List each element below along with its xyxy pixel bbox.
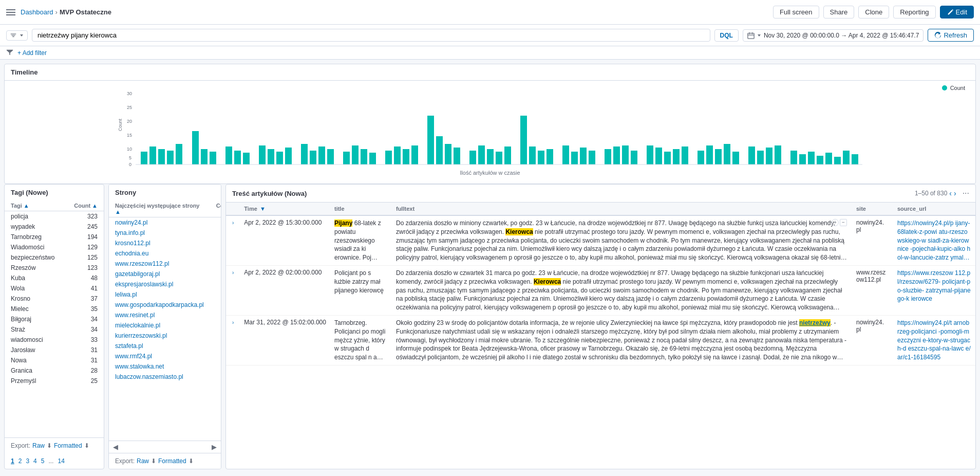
time-range-picker[interactable]: Nov 30, 2020 @ 00:00:00.0 → Apr 4, 2022 … (743, 29, 924, 42)
strony-name[interactable]: www.resinet.pl (109, 310, 210, 320)
tagi-export-formatted[interactable]: Formatted (54, 442, 82, 449)
strony-row[interactable]: gazetabilgoraj.pl47 (109, 269, 221, 279)
strony-row[interactable]: www.rmf24.pl3 (109, 351, 221, 361)
fullscreen-button[interactable]: Full screen (773, 6, 819, 19)
strony-row[interactable]: krosno112.pl101 (109, 238, 221, 248)
strony-scroll-left[interactable]: ◀ (113, 443, 118, 451)
svg-text:2022-01-01: 2022-01-01 (647, 167, 670, 167)
edit-button[interactable]: Edit (940, 6, 974, 19)
tagi-row[interactable]: policja323 (5, 211, 104, 222)
svg-rect-49 (571, 152, 578, 164)
count-sort-icon[interactable]: ▲ (92, 203, 98, 209)
tagi-row[interactable]: wypadek245 (5, 222, 104, 232)
svg-rect-42 (496, 152, 502, 164)
strony-row[interactable]: mieleclokalnie.pl21 (109, 320, 221, 331)
svg-rect-65 (732, 152, 739, 164)
expand-cell[interactable]: › (226, 315, 240, 365)
tagi-row[interactable]: Tarnobrzeg194 (5, 232, 104, 242)
pagination-item[interactable]: 1 (11, 457, 14, 465)
pagination-item[interactable]: 3 (26, 457, 29, 465)
tagi-row[interactable]: Rzeszów123 (5, 263, 104, 273)
strony-name[interactable]: www.gospodarkapodkarpacka.pl (109, 300, 210, 310)
strony-name[interactable]: leliwa.pl (109, 289, 210, 300)
pagination-item[interactable]: 14 (58, 457, 64, 465)
tagi-row[interactable]: Biłgoraj34 (5, 314, 104, 324)
strony-row[interactable]: lubaczow.naszemiasto.pl1 (109, 372, 221, 382)
tagi-row[interactable]: wiadomosci33 (5, 335, 104, 345)
strony-name[interactable]: www.rmf24.pl (109, 351, 210, 361)
strony-row[interactable]: leliwa.pl34 (109, 289, 221, 300)
add-filter-button[interactable]: + Add filter (17, 49, 47, 57)
pagination-item[interactable]: 2 (18, 457, 22, 465)
minus-icon[interactable]: − (840, 219, 847, 226)
refresh-button[interactable]: Refresh (928, 29, 974, 42)
strony-row[interactable]: echodnia.eu87 (109, 248, 221, 259)
reporting-button[interactable]: Reporting (893, 6, 935, 19)
expand-cell[interactable]: › (226, 215, 240, 265)
tagi-row[interactable]: Nowa31 (5, 355, 104, 365)
tagi-export-raw[interactable]: Raw (32, 442, 45, 449)
tagi-row[interactable]: Wola41 (5, 283, 104, 294)
expand-row-button[interactable]: › (230, 220, 236, 226)
pagination-item[interactable]: 4 (33, 457, 37, 465)
strony-name[interactable]: lubaczow.naszemiasto.pl (109, 372, 210, 382)
search-input-wrap[interactable] (32, 29, 710, 42)
tag-name: wypadek (5, 222, 65, 232)
site-cell: www.rzesz ow112.pl (852, 265, 893, 315)
search-input[interactable] (37, 31, 705, 39)
tagi-sort-icon[interactable]: ▲ (24, 203, 29, 209)
clone-button[interactable]: Clone (858, 6, 889, 19)
strony-name[interactable]: nowiny24.pl (109, 217, 210, 228)
dql-button[interactable]: DQL (714, 29, 739, 42)
strony-row[interactable]: tyna.info.pl128 (109, 228, 221, 238)
time-col-header[interactable]: Time ▼ (240, 203, 330, 215)
tagi-row[interactable]: bezpieczeństwo125 (5, 252, 104, 263)
svg-text:10: 10 (127, 147, 132, 152)
strony-name[interactable]: ekspresjaroslawski.pl (109, 279, 210, 289)
hamburger-menu-button[interactable] (6, 7, 16, 17)
tagi-row[interactable]: Mielec35 (5, 304, 104, 314)
tagi-row[interactable]: Przemyśl25 (5, 376, 104, 386)
strony-name[interactable]: www.rzeszow112.pl (109, 259, 210, 269)
strony-row[interactable]: ekspresjaroslawski.pl39 (109, 279, 221, 289)
expand-row-button[interactable]: › (230, 320, 236, 325)
tagi-row[interactable]: Granica28 (5, 365, 104, 376)
strony-name[interactable]: krosno112.pl (109, 238, 210, 248)
tagi-row[interactable]: Jarosław31 (5, 345, 104, 355)
strony-name[interactable]: mieleclokalnie.pl (109, 320, 210, 331)
strony-name[interactable]: sztafeta.pl (109, 341, 210, 351)
saved-search-dropdown[interactable] (6, 30, 28, 41)
tagi-row[interactable]: Kuba48 (5, 273, 104, 283)
expand-row-button[interactable]: › (230, 270, 236, 276)
expand-cell[interactable]: › (226, 265, 240, 315)
time-sort-icon[interactable]: ▼ (260, 206, 266, 212)
strony-row[interactable]: www.gospodarkapodkarpacka.pl28 (109, 300, 221, 310)
strony-export-raw[interactable]: Raw (137, 457, 149, 465)
tag-name: Wiadomości (5, 242, 65, 252)
share-button[interactable]: Share (823, 6, 855, 19)
strony-name[interactable]: www.stalowka.net (109, 361, 210, 372)
strony-name[interactable]: tyna.info.pl (109, 228, 210, 238)
strony-export-formatted[interactable]: Formatted (158, 457, 186, 465)
strony-row[interactable]: kurierrzeszowski.pl11 (109, 331, 221, 341)
strony-scroll-right[interactable]: ▶ (212, 443, 217, 451)
strony-row[interactable]: www.rzeszow112.pl76 (109, 259, 221, 269)
dashboard-link[interactable]: Dashboard (21, 8, 53, 16)
site-cell: nowiny24. pl (852, 215, 893, 265)
tagi-row[interactable]: Straż34 (5, 324, 104, 335)
tagi-row[interactable]: Krosno37 (5, 294, 104, 304)
next-page-button[interactable]: › (954, 189, 956, 197)
tresc-options-button[interactable]: ··· (963, 189, 969, 198)
tagi-row[interactable]: Wiadomości129 (5, 242, 104, 252)
strony-row[interactable]: www.resinet.pl26 (109, 310, 221, 320)
strony-name[interactable]: echodnia.eu (109, 248, 210, 259)
plus-icon[interactable]: + (832, 219, 839, 226)
pagination-item[interactable]: 5 (41, 457, 45, 465)
strony-row[interactable]: sztafeta.pl3 (109, 341, 221, 351)
strony-name[interactable]: gazetabilgoraj.pl (109, 269, 210, 279)
strony-row[interactable]: www.stalowka.net2 (109, 361, 221, 372)
strony-sort-icon[interactable]: ▲ (115, 209, 121, 215)
prev-page-button[interactable]: ‹ (949, 189, 952, 197)
strony-row[interactable]: nowiny24.pl223 (109, 217, 221, 228)
strony-name[interactable]: kurierrzeszowski.pl (109, 331, 210, 341)
